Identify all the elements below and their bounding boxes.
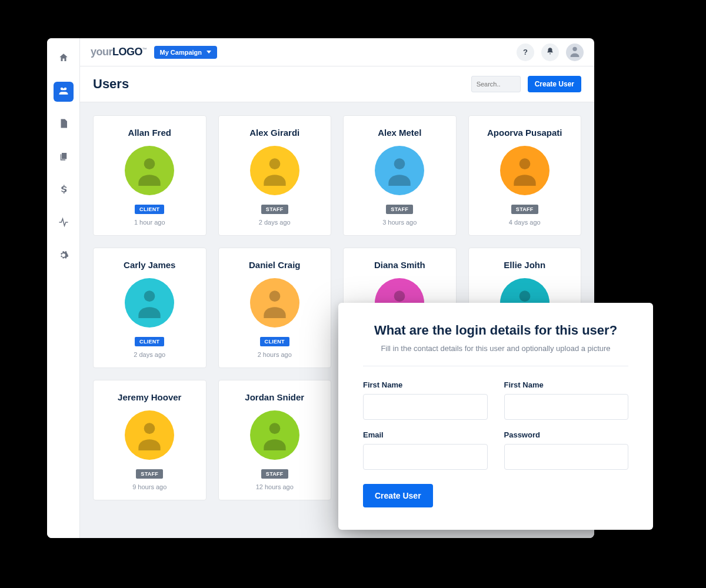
topbar: yourLOGO™ My Campaign ? [80,38,594,66]
user-avatar [375,146,424,195]
chevron-down-icon [207,51,211,54]
sidebar-item-documents[interactable] [54,148,74,168]
user-avatar [250,410,299,460]
campaign-selector[interactable]: My Campaign [154,46,218,59]
modal-form: First Name First Name Email Password [363,380,628,470]
profile-avatar[interactable] [566,44,584,61]
sidebar-item-activity[interactable] [54,213,74,233]
field-first-name-a: First Name [363,380,488,420]
page-title: Users [93,76,129,92]
search-input[interactable] [471,76,521,92]
field-first-name-b: First Name [504,380,629,420]
svg-point-0 [60,88,63,91]
brand-part2: LOGO [112,46,142,58]
user-card[interactable]: Alex GirardiSTAFF2 days ago [218,115,332,236]
field-email: Email [363,430,488,470]
help-button[interactable]: ? [517,44,534,61]
bell-icon [546,47,554,57]
person-icon [258,285,291,320]
modal-title: What are the login details for this user… [363,323,628,338]
svg-point-1 [64,88,66,91]
brand-logo: yourLOGO™ [91,46,147,58]
user-time: 2 days ago [134,351,165,358]
user-avatar [125,146,174,195]
svg-point-10 [519,290,530,302]
svg-point-4 [269,158,280,169]
brand-tm: ™ [142,47,147,52]
brand-part1: your [91,46,112,58]
user-name: Jeremy Hoover [118,392,181,402]
user-card[interactable]: Apoorva PusapatiSTAFF4 days ago [468,115,582,236]
label-password: Password [504,430,629,439]
activity-icon [58,217,69,230]
person-icon [133,153,166,188]
user-time: 1 hour ago [134,219,165,226]
sidebar-item-reports[interactable] [54,115,74,135]
users-icon [58,85,69,98]
input-first-name-a[interactable] [363,394,488,420]
role-badge: STAFF [136,469,163,479]
label-first-name-b: First Name [504,380,629,389]
campaign-label: My Campaign [160,49,202,56]
sidebar-item-users[interactable] [54,82,74,102]
svg-point-2 [572,46,577,51]
person-icon [133,285,166,320]
modal-subtitle: Fill in the contact details for this use… [363,344,628,353]
input-password[interactable] [504,444,629,470]
user-avatar [250,278,299,328]
svg-point-9 [394,290,405,302]
label-email: Email [363,430,488,439]
label-first-name-a: First Name [363,380,488,389]
user-name: Diana Smith [374,260,425,270]
role-badge: CLIENT [135,205,164,214]
user-avatar [500,146,550,195]
role-badge: STAFF [261,205,288,214]
user-avatar [125,278,174,328]
user-time: 9 hours ago [132,483,166,490]
notifications-button[interactable] [541,44,559,61]
user-name: Daniel Craig [249,260,301,270]
modal-divider [363,366,628,366]
field-password: Password [504,430,629,470]
user-card[interactable]: Allan FredCLIENT1 hour ago [93,115,207,236]
home-icon [58,52,69,65]
input-first-name-b[interactable] [504,394,629,420]
user-name: Jordan Snider [245,392,304,402]
svg-point-8 [269,290,280,302]
svg-point-12 [269,423,280,434]
file-chart-icon [58,118,69,131]
sidebar [47,38,80,538]
user-name: Allan Fred [128,128,171,138]
create-user-button[interactable]: Create User [528,76,581,92]
user-time: 2 hours ago [258,351,292,358]
create-user-modal: What are the login details for this user… [338,303,653,530]
person-icon [258,153,291,188]
user-time: 2 days ago [259,219,291,226]
sidebar-item-billing[interactable] [54,181,74,201]
user-name: Alex Metel [378,128,421,138]
dollar-icon [58,184,69,197]
input-email[interactable] [363,444,488,470]
user-name: Apoorva Pusapati [487,128,562,138]
user-name: Carly James [124,260,175,270]
role-badge: CLIENT [260,337,289,346]
gear-icon [58,250,69,263]
user-avatar [125,410,174,460]
user-name: Alex Girardi [249,128,299,138]
svg-point-11 [144,423,155,434]
modal-create-button[interactable]: Create User [363,484,433,507]
svg-point-5 [394,158,405,169]
role-badge: CLIENT [135,337,164,346]
user-card[interactable]: Carly JamesCLIENT2 days ago [93,248,207,368]
user-card[interactable]: Jeremy HooverSTAFF9 hours ago [93,380,207,500]
person-icon [258,417,291,453]
user-card[interactable]: Alex MetelSTAFF3 hours ago [343,115,457,236]
person-icon [568,45,581,60]
person-icon [508,153,541,188]
sidebar-item-settings[interactable] [54,246,74,266]
sidebar-item-home[interactable] [54,49,74,69]
user-card[interactable]: Jordan SniderSTAFF12 hours ago [218,380,332,500]
user-name: Ellie John [504,260,545,270]
user-time: 4 days ago [509,219,541,226]
user-card[interactable]: Daniel CraigCLIENT2 hours ago [218,248,332,368]
